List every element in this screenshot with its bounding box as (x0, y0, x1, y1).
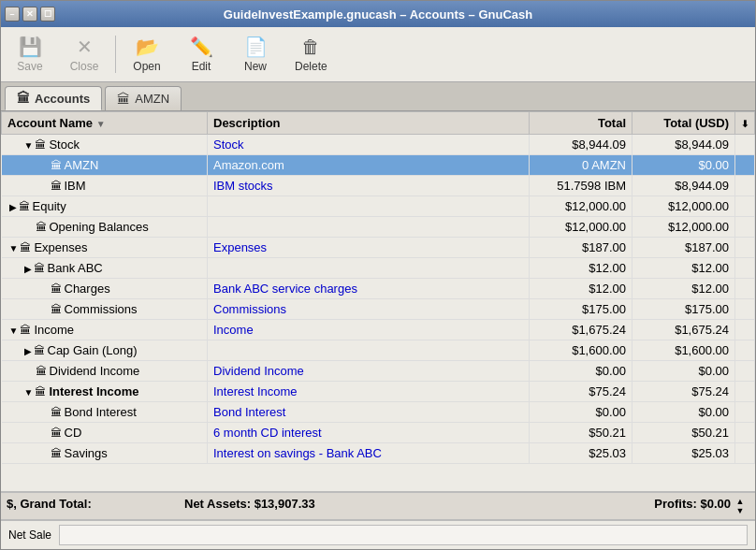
table-row[interactable]: ▼🏛Interest IncomeInterest Income$75.24$7… (2, 382, 755, 402)
account-icon: 🏛 (35, 385, 46, 398)
col-header-scroll: ⬇ (735, 112, 755, 135)
account-name: Dividend Income (50, 364, 140, 378)
account-total: $8,944.09 (530, 135, 632, 155)
account-description: 6 month CD interest (208, 423, 530, 443)
account-total: $0.00 (530, 402, 632, 423)
accounts-table-container: Account Name ▼ Description Total Total (… (1, 111, 755, 491)
account-total: $75.24 (530, 382, 632, 402)
edit-icon: ✏️ (190, 36, 213, 58)
account-icon: 🏛 (19, 200, 30, 213)
maximize-button[interactable]: ☐ (40, 7, 55, 22)
account-icon: 🏛 (51, 427, 62, 440)
col-header-total[interactable]: Total (530, 112, 632, 135)
table-row[interactable]: 🏛SavingsInterest on savings - Bank ABC$2… (2, 443, 755, 464)
account-total: $50.21 (530, 423, 632, 443)
col-header-total-usd[interactable]: Total (USD) (632, 112, 735, 135)
account-icon: 🏛 (35, 138, 46, 152)
account-total-usd: $12,000.00 (632, 196, 735, 217)
table-row[interactable]: 🏛CommissionsCommissions$175.00$175.00 (2, 299, 755, 320)
window-title: GuideInvestExample.gnucash – Accounts – … (224, 7, 532, 22)
save-button[interactable]: 💾 Save (7, 31, 53, 78)
account-description: IBM stocks (208, 176, 530, 196)
new-button[interactable]: 📄 New (232, 31, 279, 78)
table-row[interactable]: 🏛Bond InterestBond Interest$0.00$0.00 (2, 402, 755, 423)
close-button[interactable]: ✕ (22, 7, 37, 22)
account-name: Opening Balances (50, 220, 149, 234)
grand-total-label: $, Grand Total: (7, 497, 184, 515)
table-row[interactable]: ▶🏛Equity$12,000.00$12,000.00 (2, 196, 755, 217)
account-name: Cap Gain (Long) (48, 343, 138, 357)
account-total: $187.00 (530, 238, 632, 258)
account-total-usd: $12.00 (632, 258, 735, 279)
account-total: $175.00 (530, 299, 632, 320)
account-name: AMZN (65, 158, 99, 172)
account-icon: 🏛 (51, 282, 62, 296)
account-icon: 🏛 (51, 406, 62, 419)
account-total: $1,675.24 (530, 320, 632, 340)
close-button-toolbar[interactable]: ✕ Close (61, 31, 108, 78)
table-row[interactable]: 🏛CD6 month CD interest$50.21$50.21 (2, 423, 755, 443)
account-name: Bond Interest (65, 405, 137, 419)
main-window: – ✕ ☐ GuideInvestExample.gnucash – Accou… (0, 0, 756, 550)
net-sale-label: Net Sale (8, 528, 51, 542)
expand-icon[interactable]: ▼ (24, 387, 34, 398)
account-name: Stock (49, 138, 80, 152)
account-total: $0.00 (530, 361, 632, 382)
expand-icon[interactable]: ▶ (24, 264, 32, 274)
table-row[interactable]: 🏛AMZNAmazon.com0 AMZN$0.00 (2, 155, 755, 176)
account-icon: 🏛 (20, 241, 31, 254)
col-header-description[interactable]: Description (208, 112, 530, 135)
table-row[interactable]: ▼🏛IncomeIncome$1,675.24$1,675.24 (2, 320, 755, 340)
sort-icon: ▼ (96, 119, 106, 129)
titlebar: – ✕ ☐ GuideInvestExample.gnucash – Accou… (1, 1, 755, 27)
account-description: Bond Interest (208, 402, 530, 423)
expand-icon[interactable]: ▼ (9, 326, 19, 336)
account-icon: 🏛 (51, 180, 62, 193)
account-total-usd: $25.03 (632, 443, 735, 464)
table-row[interactable]: 🏛IBMIBM stocks51.7598 IBM$8,944.09 (2, 176, 755, 196)
account-name: Equity (33, 199, 66, 213)
account-total: $12.00 (530, 258, 632, 279)
account-name: IBM (65, 179, 86, 193)
account-description (208, 196, 530, 217)
col-header-name[interactable]: Account Name ▼ (2, 112, 208, 135)
table-row[interactable]: 🏛ChargesBank ABC service charges$12.00$1… (2, 279, 755, 299)
spin-up-icon[interactable]: ▲ (736, 497, 745, 506)
table-row[interactable]: ▶🏛Bank ABC$12.00$12.00 (2, 258, 755, 279)
account-total-usd: $0.00 (632, 361, 735, 382)
open-button[interactable]: 📂 Open (124, 31, 170, 78)
window-controls: – ✕ ☐ (5, 7, 55, 22)
expand-icon[interactable]: ▼ (9, 243, 19, 253)
account-description: Interest Income (208, 382, 530, 402)
expand-icon[interactable]: ▶ (9, 202, 17, 212)
close-icon: ✕ (77, 36, 93, 58)
save-icon: 💾 (19, 36, 42, 58)
table-row[interactable]: ▼🏛ExpensesExpenses$187.00$187.00 (2, 238, 755, 258)
account-name: CD (65, 426, 82, 440)
spin-down-icon[interactable]: ▼ (736, 506, 745, 515)
scroll-area[interactable]: Account Name ▼ Description Total Total (… (1, 111, 755, 491)
edit-button[interactable]: ✏️ Edit (178, 31, 225, 78)
account-total: $12.00 (530, 279, 632, 299)
expand-icon[interactable]: ▶ (24, 346, 32, 356)
scroll-down-icon[interactable]: ⬇ (741, 119, 749, 129)
table-row[interactable]: 🏛Dividend IncomeDividend Income$0.00$0.0… (2, 361, 755, 382)
minimize-button[interactable]: – (5, 7, 20, 22)
table-row[interactable]: ▶🏛Cap Gain (Long)$1,600.00$1,600.00 (2, 340, 755, 361)
tab-amzn[interactable]: 🏛 AMZN (105, 86, 182, 110)
table-row[interactable]: ▼🏛StockStock$8,944.09$8,944.09 (2, 135, 755, 155)
account-total-usd: $8,944.09 (632, 135, 735, 155)
account-name: Interest Income (49, 384, 138, 398)
account-description: Bank ABC service charges (208, 279, 530, 299)
expand-icon[interactable]: ▼ (24, 140, 34, 151)
account-name: Savings (65, 446, 108, 460)
net-sale-input[interactable] (59, 525, 748, 545)
account-icon: 🏛 (36, 365, 47, 378)
account-description: Amazon.com (208, 155, 530, 176)
account-name: Expenses (34, 240, 87, 254)
amzn-tab-icon: 🏛 (117, 92, 130, 107)
account-total-usd: $12.00 (632, 279, 735, 299)
delete-button[interactable]: 🗑 Delete (286, 32, 336, 78)
tab-accounts[interactable]: 🏛 Accounts (5, 86, 102, 110)
table-row[interactable]: 🏛Opening Balances$12,000.00$12,000.00 (2, 217, 755, 238)
